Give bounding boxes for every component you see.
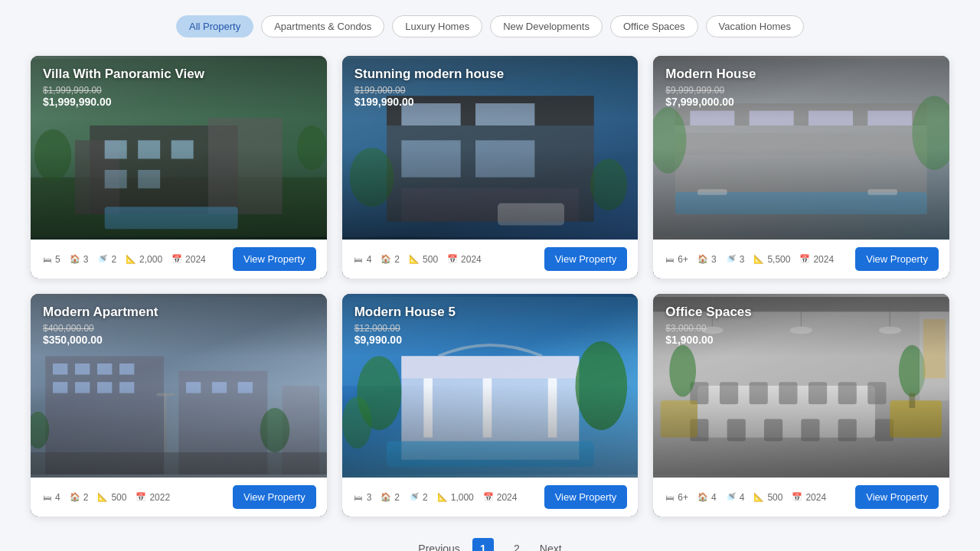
svg-rect-8 bbox=[105, 170, 127, 188]
tab-apartments-condos[interactable]: Apartments & Condos bbox=[261, 15, 384, 37]
card-footer-stunning: 🛏 4 🏠 2 📐 500 📅 2024 View Property bbox=[342, 240, 639, 279]
svg-rect-1 bbox=[31, 178, 327, 236]
pagination-page-1[interactable]: 1 bbox=[472, 538, 494, 551]
svg-rect-82 bbox=[838, 382, 857, 404]
size-icon: 📐 bbox=[753, 492, 764, 503]
card-price-old-apartment: $400,000.00 bbox=[43, 323, 315, 334]
spec-beds-apartment: 🛏 4 bbox=[41, 492, 60, 503]
card-overlay-villa: Villa With Panoramic View $1,999,999.00 … bbox=[31, 56, 327, 119]
spec-baths-modern: 🚿 3 bbox=[726, 254, 745, 265]
calendar-icon: 📅 bbox=[136, 492, 146, 503]
svg-rect-84 bbox=[691, 419, 709, 441]
svg-rect-19 bbox=[475, 140, 534, 177]
pagination-page-2[interactable]: 2 bbox=[506, 538, 528, 551]
spec-floors-stunning: 🏠 2 bbox=[381, 254, 400, 265]
tab-luxury-homes[interactable]: Luxury Homes bbox=[392, 15, 482, 37]
size-icon: 📐 bbox=[753, 254, 764, 265]
spec-floors-modern: 🏠 3 bbox=[697, 254, 717, 265]
bath-icon: 🚿 bbox=[726, 492, 737, 503]
svg-rect-20 bbox=[401, 188, 579, 222]
tab-office-spaces[interactable]: Office Spaces bbox=[610, 15, 698, 37]
tab-vacation-homes[interactable]: Vacation Homes bbox=[706, 15, 804, 37]
card-specs-villa: 🛏 5 🏠 3 🚿 2 📐 2,000 📅 2024 bbox=[41, 254, 225, 265]
svg-rect-51 bbox=[238, 382, 253, 393]
filter-tabs: All Property Apartments & Condos Luxury … bbox=[176, 15, 804, 37]
bed-icon: 🛏 bbox=[664, 492, 675, 503]
card-price-new-apartment: $350,000.00 bbox=[43, 334, 315, 346]
card-price-old-stunning: $199,000.00 bbox=[354, 85, 626, 96]
property-card-modern: Modern House $9,999,999.00 $7,999,000.00… bbox=[653, 56, 949, 279]
view-property-btn-house5[interactable]: View Property bbox=[544, 485, 628, 509]
card-price-old-modern: $9,999,999.00 bbox=[665, 85, 937, 96]
view-property-btn-modern[interactable]: View Property bbox=[855, 247, 939, 271]
spec-year-house5: 📅 2024 bbox=[483, 492, 518, 503]
svg-rect-32 bbox=[675, 192, 927, 214]
card-specs-modern: 🛏 6+ 🏠 3 🚿 3 📐 5,500 📅 2024 bbox=[664, 254, 848, 265]
spec-year-stunning: 📅 2024 bbox=[447, 254, 482, 265]
svg-rect-5 bbox=[105, 140, 127, 158]
svg-rect-36 bbox=[868, 189, 898, 195]
pagination-next[interactable]: Next bbox=[540, 543, 562, 551]
svg-rect-39 bbox=[178, 371, 267, 474]
svg-point-65 bbox=[357, 356, 401, 430]
calendar-icon: 📅 bbox=[172, 254, 182, 265]
card-overlay-stunning: Stunning modern house $199,000.00 $199,9… bbox=[342, 56, 639, 119]
card-specs-apartment: 🛏 4 🏠 2 📐 500 📅 2022 bbox=[41, 492, 225, 503]
card-overlay-office: Office Spaces $3,000.00 $1,900.00 bbox=[653, 294, 949, 357]
size-icon: 📐 bbox=[126, 254, 136, 265]
svg-rect-85 bbox=[727, 419, 746, 441]
card-footer-apartment: 🛏 4 🏠 2 📐 500 📅 2022 View Property bbox=[31, 478, 327, 517]
property-card-office: Office Spaces $3,000.00 $1,900.00 🛏 6+ 🏠… bbox=[653, 294, 949, 517]
svg-point-23 bbox=[590, 159, 626, 211]
spec-baths-house5: 🚿 2 bbox=[409, 492, 428, 503]
spec-floors-office: 🏠 4 bbox=[697, 492, 717, 503]
svg-rect-63 bbox=[547, 378, 557, 437]
spec-year-apartment: 📅 2022 bbox=[136, 492, 170, 503]
view-property-btn-stunning[interactable]: View Property bbox=[544, 247, 628, 271]
card-price-old-villa: $1,999,999.00 bbox=[43, 85, 315, 96]
svg-rect-80 bbox=[779, 382, 798, 404]
svg-rect-64 bbox=[387, 442, 594, 468]
svg-rect-61 bbox=[423, 378, 433, 437]
svg-rect-88 bbox=[838, 419, 857, 441]
svg-rect-45 bbox=[53, 382, 67, 393]
svg-rect-27 bbox=[675, 133, 927, 155]
svg-point-12 bbox=[297, 126, 327, 170]
spec-year-modern: 📅 2024 bbox=[799, 254, 834, 265]
svg-rect-91 bbox=[661, 400, 697, 437]
pagination: Previous 1 2 Next bbox=[418, 538, 561, 551]
svg-rect-3 bbox=[75, 140, 119, 214]
svg-rect-7 bbox=[172, 140, 194, 158]
spec-year-office: 📅 2024 bbox=[792, 492, 826, 503]
card-title-house5: Modern House 5 bbox=[354, 305, 626, 320]
tab-all-property[interactable]: All Property bbox=[176, 15, 253, 37]
svg-rect-35 bbox=[697, 189, 727, 195]
calendar-icon: 📅 bbox=[483, 492, 494, 503]
card-footer-house5: 🛏 3 🏠 2 🚿 2 📐 1,000 📅 2024 bbox=[342, 478, 639, 517]
svg-rect-79 bbox=[750, 382, 768, 404]
tab-new-developments[interactable]: New Developments bbox=[490, 15, 603, 37]
bed-icon: 🛏 bbox=[41, 254, 52, 265]
pagination-prev[interactable]: Previous bbox=[418, 543, 459, 551]
svg-rect-4 bbox=[208, 118, 283, 214]
svg-rect-81 bbox=[808, 382, 827, 404]
card-specs-office: 🛏 6+ 🏠 4 🚿 4 📐 500 📅 2024 bbox=[664, 492, 848, 503]
spec-size-house5: 📐 1,000 bbox=[437, 492, 474, 503]
card-price-new-house5: $9,990.00 bbox=[354, 334, 626, 346]
calendar-icon: 📅 bbox=[799, 254, 810, 265]
svg-rect-52 bbox=[31, 452, 327, 474]
view-property-btn-villa[interactable]: View Property bbox=[233, 247, 316, 271]
card-title-stunning: Stunning modern house bbox=[354, 67, 626, 82]
svg-rect-49 bbox=[186, 382, 201, 393]
view-property-btn-apartment[interactable]: View Property bbox=[233, 485, 316, 509]
property-card-stunning: Stunning modern house $199,000.00 $199,9… bbox=[342, 56, 639, 279]
stairs-icon: 🏠 bbox=[381, 492, 391, 503]
spec-size-apartment: 📐 500 bbox=[97, 492, 126, 503]
view-property-btn-office[interactable]: View Property bbox=[855, 485, 939, 509]
bed-icon: 🛏 bbox=[353, 492, 364, 503]
svg-rect-54 bbox=[156, 393, 175, 396]
spec-beds-villa: 🛏 5 bbox=[41, 254, 60, 265]
bath-icon: 🚿 bbox=[726, 254, 737, 265]
spec-beds-office: 🛏 6+ bbox=[664, 492, 688, 503]
card-specs-stunning: 🛏 4 🏠 2 📐 500 📅 2024 bbox=[353, 254, 537, 265]
